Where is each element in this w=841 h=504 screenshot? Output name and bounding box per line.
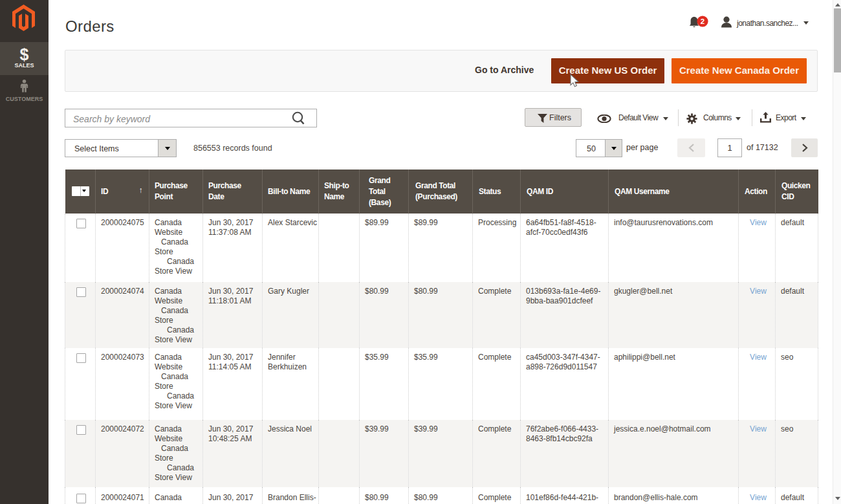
svg-text:2: 2 [701, 17, 704, 25]
